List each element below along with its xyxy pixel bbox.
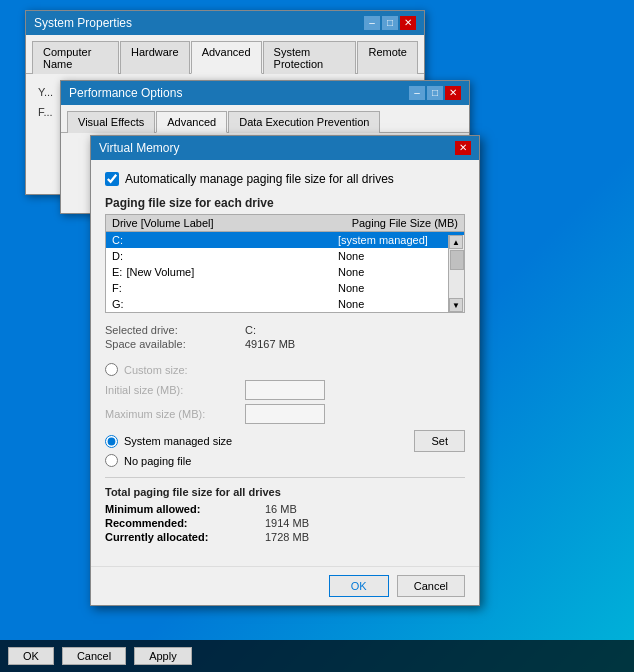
maximum-size-input[interactable] bbox=[245, 404, 325, 424]
titlebar-buttons: – □ ✕ bbox=[364, 16, 416, 30]
drive-letter-d: D: bbox=[112, 250, 328, 262]
system-managed-row: System managed size Set bbox=[105, 430, 465, 452]
taskbar: OK Cancel Apply bbox=[0, 640, 634, 672]
drive-letter-c: C: bbox=[112, 234, 328, 246]
selected-drive-label: Selected drive: bbox=[105, 324, 245, 336]
minimum-allowed-label: Minimum allowed: bbox=[105, 503, 265, 515]
auto-manage-checkbox[interactable] bbox=[105, 172, 119, 186]
drive-paging-c: [system managed] bbox=[328, 234, 458, 246]
set-button[interactable]: Set bbox=[414, 430, 465, 452]
drive-info-section: Selected drive: C: Space available: 4916… bbox=[105, 323, 465, 351]
custom-size-label: Custom size: bbox=[124, 364, 188, 376]
currently-allocated-value: 1728 MB bbox=[265, 531, 309, 543]
system-properties-titlebar: System Properties – □ ✕ bbox=[26, 11, 424, 35]
minimize-button[interactable]: – bbox=[364, 16, 380, 30]
custom-size-row: Custom size: bbox=[105, 361, 465, 378]
selected-drive-row: Selected drive: C: bbox=[105, 323, 465, 337]
perf-options-titlebar: Performance Options – □ ✕ bbox=[61, 81, 469, 105]
drive-paging-d: None bbox=[328, 250, 458, 262]
drive-paging-e: None bbox=[328, 266, 458, 278]
scrollbar-thumb[interactable] bbox=[450, 250, 464, 270]
section-divider bbox=[105, 477, 465, 478]
minimum-allowed-value: 16 MB bbox=[265, 503, 297, 515]
no-paging-row: No paging file bbox=[105, 452, 465, 469]
space-available-value: 49167 MB bbox=[245, 338, 295, 350]
drive-paging-g: None bbox=[328, 298, 458, 310]
initial-size-row: Initial size (MB): bbox=[105, 378, 465, 402]
drive-list-body: C: [system managed] D: None E: [New Volu… bbox=[106, 232, 464, 312]
minimum-allowed-row: Minimum allowed: 16 MB bbox=[105, 502, 465, 516]
virtual-memory-title: Virtual Memory bbox=[99, 141, 179, 155]
perf-close-button[interactable]: ✕ bbox=[445, 86, 461, 100]
drive-e-label: [New Volume] bbox=[126, 266, 194, 278]
drive-table-scrollbar[interactable]: ▲ ▼ bbox=[448, 235, 464, 312]
taskbar-apply-button[interactable]: Apply bbox=[134, 647, 192, 665]
taskbar-cancel-button[interactable]: Cancel bbox=[62, 647, 126, 665]
tab-system-protection[interactable]: System Protection bbox=[263, 41, 357, 74]
virtual-memory-titlebar: Virtual Memory ✕ bbox=[91, 136, 479, 160]
tab-advanced[interactable]: Advanced bbox=[191, 41, 262, 74]
scroll-down-arrow[interactable]: ▼ bbox=[449, 298, 463, 312]
perf-titlebar-buttons: – □ ✕ bbox=[409, 86, 461, 100]
tab-perf-advanced[interactable]: Advanced bbox=[156, 111, 227, 133]
initial-size-label: Initial size (MB): bbox=[105, 384, 245, 396]
drive-letter-e: E: [New Volume] bbox=[112, 266, 328, 278]
scroll-up-arrow[interactable]: ▲ bbox=[449, 235, 463, 249]
ok-button[interactable]: OK bbox=[329, 575, 389, 597]
virtual-memory-content: Automatically manage paging file size fo… bbox=[91, 160, 479, 566]
no-paging-label: No paging file bbox=[124, 455, 191, 467]
close-button[interactable]: ✕ bbox=[400, 16, 416, 30]
initial-size-input[interactable] bbox=[245, 380, 325, 400]
ok-cancel-row: OK Cancel bbox=[91, 566, 479, 605]
auto-manage-row: Automatically manage paging file size fo… bbox=[105, 172, 465, 186]
drive-letter-g: G: bbox=[112, 298, 328, 310]
custom-size-radio[interactable] bbox=[105, 363, 118, 376]
recommended-row: Recommended: 1914 MB bbox=[105, 516, 465, 530]
currently-allocated-label: Currently allocated: bbox=[105, 531, 265, 543]
tab-visual-effects[interactable]: Visual Effects bbox=[67, 111, 155, 133]
drive-row-e[interactable]: E: [New Volume] None bbox=[106, 264, 464, 280]
no-paging-radio[interactable] bbox=[105, 454, 118, 467]
drive-row-f[interactable]: F: None bbox=[106, 280, 464, 296]
system-managed-label: System managed size bbox=[124, 435, 232, 447]
drive-paging-f: None bbox=[328, 282, 458, 294]
tab-computer-name[interactable]: Computer Name bbox=[32, 41, 119, 74]
virtual-memory-dialog: Virtual Memory ✕ Automatically manage pa… bbox=[90, 135, 480, 606]
drive-table-header: Drive [Volume Label] Paging File Size (M… bbox=[106, 215, 464, 232]
auto-manage-label: Automatically manage paging file size fo… bbox=[125, 172, 394, 186]
system-managed-radio[interactable] bbox=[105, 435, 118, 448]
tab-hardware[interactable]: Hardware bbox=[120, 41, 190, 74]
cancel-button[interactable]: Cancel bbox=[397, 575, 465, 597]
drive-row-g[interactable]: G: None bbox=[106, 296, 464, 312]
drive-letter-f: F: bbox=[112, 282, 328, 294]
system-properties-tabs: Computer Name Hardware Advanced System P… bbox=[26, 35, 424, 74]
maximum-size-row: Maximum size (MB): bbox=[105, 402, 465, 426]
currently-allocated-row: Currently allocated: 1728 MB bbox=[105, 530, 465, 544]
drive-row-d[interactable]: D: None bbox=[106, 248, 464, 264]
drive-row-c[interactable]: C: [system managed] bbox=[106, 232, 464, 248]
header-drive: Drive [Volume Label] bbox=[112, 217, 328, 229]
selected-drive-value: C: bbox=[245, 324, 256, 336]
perf-options-tabs: Visual Effects Advanced Data Execution P… bbox=[61, 105, 469, 133]
paging-section-label: Paging file size for each drive bbox=[105, 196, 465, 210]
system-properties-title: System Properties bbox=[34, 16, 132, 30]
vm-close-button[interactable]: ✕ bbox=[455, 141, 471, 155]
recommended-value: 1914 MB bbox=[265, 517, 309, 529]
drive-table-wrapper: Drive [Volume Label] Paging File Size (M… bbox=[105, 214, 465, 313]
totals-section: Total paging file size for all drives Mi… bbox=[105, 486, 465, 544]
perf-minimize-button[interactable]: – bbox=[409, 86, 425, 100]
tab-remote[interactable]: Remote bbox=[357, 41, 418, 74]
perf-options-title: Performance Options bbox=[69, 86, 182, 100]
recommended-label: Recommended: bbox=[105, 517, 265, 529]
drive-e-letter: E: bbox=[112, 266, 122, 278]
taskbar-ok-button[interactable]: OK bbox=[8, 647, 54, 665]
maximize-button[interactable]: □ bbox=[382, 16, 398, 30]
tab-dep[interactable]: Data Execution Prevention bbox=[228, 111, 380, 133]
header-paging-size: Paging File Size (MB) bbox=[328, 217, 458, 229]
space-available-row: Space available: 49167 MB bbox=[105, 337, 465, 351]
totals-title: Total paging file size for all drives bbox=[105, 486, 465, 498]
space-available-label: Space available: bbox=[105, 338, 245, 350]
perf-maximize-button[interactable]: □ bbox=[427, 86, 443, 100]
maximum-size-label: Maximum size (MB): bbox=[105, 408, 245, 420]
